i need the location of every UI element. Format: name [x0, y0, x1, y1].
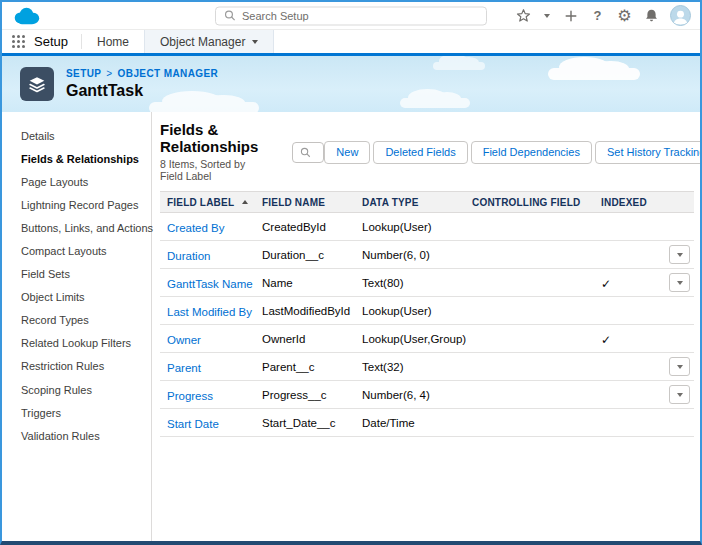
new-button[interactable]: New: [324, 141, 370, 164]
salesforce-cloud-icon: [12, 6, 41, 26]
fields-table: FIELD LABEL FIELD NAME DATA TYPE CONTROL…: [160, 191, 694, 437]
plus-icon: [564, 9, 578, 23]
sidebar-item-lightning-record-pages[interactable]: Lightning Record Pages: [2, 193, 151, 216]
action-buttons: New Deleted Fields Field Dependencies Se…: [324, 141, 702, 164]
chevron-down-icon: [677, 253, 683, 257]
bell-icon: [644, 8, 659, 23]
sidebar-item-scoping-rules[interactable]: Scoping Rules: [2, 378, 151, 401]
content-panel: Fields & Relationships 8 Items, Sorted b…: [152, 112, 700, 541]
table-row: Last Modified By LastModifiedById Lookup…: [160, 297, 694, 325]
global-header: ? ⚙: [2, 2, 700, 30]
field-name-cell: Duration__c: [262, 249, 362, 261]
column-header-controlling-field[interactable]: CONTROLLING FIELD: [472, 197, 589, 208]
setup-nav-bar: Setup Home Object Manager: [2, 30, 700, 56]
chevron-down-icon: [677, 365, 683, 369]
column-header-field-label[interactable]: FIELD LABEL: [160, 197, 262, 208]
breadcrumb: SETUP > OBJECT MANAGER: [66, 68, 218, 79]
content-title: Fields & Relationships: [160, 122, 258, 155]
layers-icon: [26, 73, 48, 95]
field-label-link[interactable]: Parent: [167, 362, 201, 374]
salesforce-setup-window: ? ⚙ Setup H: [0, 0, 702, 545]
sidebar-item-details[interactable]: Details: [2, 124, 151, 147]
favorites-list-button[interactable]: [542, 7, 552, 25]
data-type-cell: Number(6, 4): [362, 389, 472, 401]
question-mark-icon: ?: [594, 9, 602, 22]
gear-icon: ⚙: [617, 8, 631, 24]
field-dependencies-button[interactable]: Field Dependencies: [471, 141, 592, 164]
global-actions-button[interactable]: [562, 7, 579, 25]
page-title: GanttTask: [66, 82, 218, 100]
quick-find: [292, 142, 324, 163]
favorites-star-button[interactable]: [515, 7, 532, 25]
field-label-link[interactable]: Start Date: [167, 418, 219, 430]
chevron-down-icon: [677, 281, 683, 285]
sidebar-item-buttons-links-actions[interactable]: Buttons, Links, and Actions: [2, 216, 151, 239]
data-type-cell: Text(32): [362, 361, 472, 373]
row-menu-button[interactable]: [669, 245, 690, 264]
table-row: GanttTask Name Name Text(80) ✓: [160, 269, 694, 297]
content-subtitle: 8 Items, Sorted by Field Label: [160, 158, 258, 182]
sort-ascending-icon: [242, 200, 248, 204]
field-name-cell: Parent__c: [262, 361, 362, 373]
tab-object-manager[interactable]: Object Manager: [144, 30, 274, 53]
breadcrumb-object-manager-link[interactable]: OBJECT MANAGER: [118, 68, 219, 79]
app-launcher-waffle-icon[interactable]: [12, 35, 25, 48]
salesforce-logo: [2, 6, 41, 26]
table-header-row: FIELD LABEL FIELD NAME DATA TYPE CONTROL…: [160, 191, 694, 213]
deleted-fields-button[interactable]: Deleted Fields: [373, 141, 467, 164]
tab-home-label: Home: [97, 35, 129, 49]
row-menu-button[interactable]: [669, 273, 690, 292]
table-row: Owner OwnerId Lookup(User,Group) ✓: [160, 325, 694, 353]
field-name-cell: Name: [262, 277, 362, 289]
avatar[interactable]: [670, 5, 691, 26]
search-icon: [224, 10, 236, 22]
sidebar-item-field-sets[interactable]: Field Sets: [2, 263, 151, 286]
sidebar-item-validation-rules[interactable]: Validation Rules: [2, 424, 151, 447]
set-history-tracking-button[interactable]: Set History Tracking: [595, 141, 702, 164]
sidebar-item-object-limits[interactable]: Object Limits: [2, 286, 151, 309]
sidebar-item-triggers[interactable]: Triggers: [2, 401, 151, 424]
field-label-link[interactable]: Owner: [167, 334, 201, 346]
field-label-link[interactable]: GanttTask Name: [167, 278, 253, 290]
header-actions: ? ⚙: [515, 5, 700, 26]
user-silhouette-icon: [671, 8, 690, 25]
column-header-field-name[interactable]: FIELD NAME: [262, 197, 362, 208]
indexed-cell: ✓: [589, 274, 661, 292]
sidebar-item-related-lookup-filters[interactable]: Related Lookup Filters: [2, 332, 151, 355]
breadcrumb-setup-link[interactable]: SETUP: [66, 68, 101, 79]
data-type-cell: Lookup(User,Group): [362, 333, 472, 345]
table-row: Parent Parent__c Text(32): [160, 353, 694, 381]
indexed-check-icon: ✓: [601, 333, 611, 347]
chevron-down-icon: [544, 14, 550, 18]
setup-gear-button[interactable]: ⚙: [616, 7, 633, 25]
sidebar-item-restriction-rules[interactable]: Restriction Rules: [2, 355, 151, 378]
field-label-link[interactable]: Created By: [167, 222, 225, 234]
notifications-button[interactable]: [643, 7, 660, 25]
object-icon: [20, 67, 54, 101]
field-name-cell: OwnerId: [262, 333, 362, 345]
row-menu-button[interactable]: [669, 385, 690, 404]
field-label-link[interactable]: Progress: [167, 390, 213, 402]
column-header-data-type[interactable]: DATA TYPE: [362, 197, 472, 208]
field-name-cell: Progress__c: [262, 389, 362, 401]
row-menu-button[interactable]: [669, 357, 690, 376]
data-type-cell: Lookup(User): [362, 221, 472, 233]
page-header-banner: SETUP > OBJECT MANAGER GanttTask: [2, 56, 700, 112]
data-type-cell: Number(6, 0): [362, 249, 472, 261]
sidebar-item-compact-layouts[interactable]: Compact Layouts: [2, 239, 151, 262]
field-name-cell: CreatedById: [262, 221, 362, 233]
sidebar-item-fields-relationships[interactable]: Fields & Relationships: [2, 147, 151, 170]
field-label-link[interactable]: Duration: [167, 250, 210, 262]
tab-home[interactable]: Home: [82, 30, 144, 53]
sidebar-item-page-layouts[interactable]: Page Layouts: [2, 170, 151, 193]
content-header: Fields & Relationships 8 Items, Sorted b…: [160, 122, 694, 182]
breadcrumb-separator: >: [106, 68, 112, 79]
app-name: Setup: [34, 34, 68, 49]
help-button[interactable]: ?: [589, 7, 606, 25]
global-search-input[interactable]: [242, 10, 478, 22]
field-name-cell: Start_Date__c: [262, 417, 362, 429]
column-header-indexed[interactable]: INDEXED: [589, 197, 661, 208]
sidebar-item-record-types[interactable]: Record Types: [2, 309, 151, 332]
field-label-link[interactable]: Last Modified By: [167, 306, 252, 318]
main-area: Details Fields & Relationships Page Layo…: [2, 112, 700, 541]
